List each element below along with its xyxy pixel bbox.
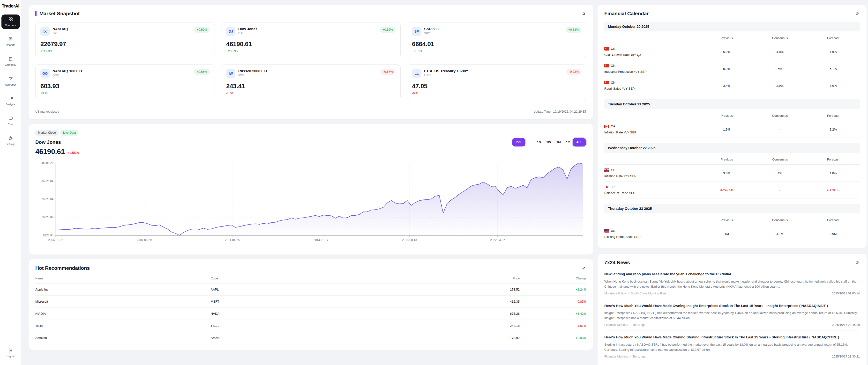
- market-card-nasdaq[interactable]: IX NASDAQ IXC +0.52% 22679.97 +117.33: [35, 22, 215, 58]
- logout-icon: [8, 348, 13, 354]
- stock-change: +0.93%: [520, 336, 586, 340]
- consensus-value: 2.9%: [753, 84, 807, 88]
- table-row-tsla[interactable]: Tesla TSLA 242.18 -1.67%: [35, 320, 586, 332]
- index-ticker: QQQ: [53, 74, 83, 77]
- range-1y-button[interactable]: 1Y: [563, 138, 572, 146]
- market-card-sp500[interactable]: SP S&P 500 SPX +0.53% 6664.01 +35.13: [407, 22, 586, 58]
- chat-bubble-icon: [8, 116, 13, 121]
- symbol-badge: SP: [412, 27, 421, 36]
- news-category: Financial Markets: [604, 323, 628, 327]
- index-ticker: IWM: [238, 74, 268, 77]
- table-row-nvda[interactable]: NVIDIA NVDA 875.28 +3.42%: [35, 308, 586, 320]
- previous-value: 5.2%: [700, 50, 753, 54]
- calendar-event-row: CA Inflation Rate YoY SEP 1.9% - 2.2%: [604, 121, 860, 138]
- market-card-dow-jones[interactable]: DJ Dow Jones DJI +0.52% 46190.61 +238.95: [221, 22, 401, 58]
- symbol-badge: IX: [40, 27, 50, 36]
- index-name: NASDAQ: [53, 27, 68, 31]
- symbol-badge: DJ: [226, 27, 236, 36]
- sidebar-item-settings[interactable]: Settings: [1, 133, 20, 148]
- sidebar-item-company[interactable]: Company: [1, 54, 20, 69]
- sidebar-item-chat[interactable]: Chat: [1, 113, 20, 128]
- range-1m-button[interactable]: 1M: [554, 138, 563, 146]
- market-status-text: US market closed: [35, 110, 59, 113]
- market-close-badge: Market Close: [35, 130, 59, 136]
- symbol-dji-button[interactable]: DJI: [512, 138, 525, 146]
- col-consensus: Consensus: [753, 158, 807, 161]
- index-name: S&P 500: [424, 27, 439, 31]
- col-consensus: Consensus: [753, 114, 807, 118]
- news-summary: Sterling Infrastructure ( NASDAQ:STRL ) …: [604, 342, 860, 352]
- consensus-value: -: [753, 128, 807, 131]
- table-row-amzn[interactable]: Amazon AMZN 178.92 +0.93%: [35, 332, 586, 344]
- sidebar-item-screener-dashboard[interactable]: Screener: [1, 14, 20, 29]
- index-name: Russell 2000 ETF: [238, 69, 268, 73]
- news-item: $100 Invested In Commercial Metals 5 Yea…: [604, 362, 860, 365]
- logout-button[interactable]: Logout: [1, 346, 20, 360]
- market-card-iwm[interactable]: IW Russell 2000 ETF IWM -0.67% 243.41 -1…: [221, 64, 401, 100]
- index-price: 6664.01: [412, 40, 581, 48]
- index-name: NASDAQ 100 ETF: [53, 69, 83, 73]
- hot-recommendations-card: Hot Recommendations Name Code Price Chan…: [29, 259, 593, 350]
- news-headline[interactable]: Here's How Much You Would Have Made Owni…: [604, 335, 860, 340]
- index-name: Dow Jones: [238, 27, 257, 31]
- range-all-button[interactable]: ALL: [572, 138, 586, 146]
- news-summary: When Hong Kong businessman Sunny Yip Yuk…: [604, 279, 860, 289]
- day-header: Tuesday October 21 2025: [604, 99, 860, 109]
- hot-recommendations-title: Hot Recommendations: [35, 265, 90, 271]
- dot-separator: ·: [630, 323, 631, 327]
- flag-ca-icon: [604, 125, 609, 128]
- calendar-day-wednesday: Wednesday October 22 2025 Previous Conse…: [604, 143, 860, 198]
- svg-text:2022-04-07: 2022-04-07: [490, 238, 505, 242]
- sidebar-item-screener-filter[interactable]: Screener: [1, 74, 20, 89]
- market-card-lldr[interactable]: LL FTSE US Treasury 10-30Y LLDR -0.22% 4…: [407, 64, 586, 100]
- forecast-value: 4.9%: [807, 50, 860, 54]
- table-row-aapl[interactable]: Apple Inc. AAPL 178.52 +1.24%: [35, 284, 586, 296]
- price-line-chart[interactable]: 2004-01-022007-08-292011-04-252014-12-17…: [35, 161, 586, 243]
- previous-value: 1.9%: [700, 128, 753, 131]
- forecast-value: 3.0%: [807, 84, 860, 88]
- refresh-icon[interactable]: [855, 260, 860, 265]
- event-name: Retail Sales YoY SEP: [604, 87, 700, 90]
- event-name: Industrial Production YoY SEP: [604, 70, 700, 73]
- pct-change-badge: +0.52%: [380, 27, 396, 33]
- day-header: Thursday October 23 2025: [604, 204, 860, 213]
- stock-code: AAPL: [211, 288, 378, 291]
- svg-text:36825.84: 36825.84: [41, 179, 54, 183]
- range-1w-button[interactable]: 1W: [544, 138, 554, 146]
- news-title: 7x24 News: [604, 260, 630, 265]
- previous-value: 4M: [700, 232, 753, 236]
- market-card-qqq[interactable]: QQ NASDAQ 100 ETF QQQ +0.66% 603.93 +3.9…: [35, 64, 215, 100]
- financial-calendar-card: Financial Calendar Monday October 20 202…: [597, 5, 867, 248]
- country-code: US: [611, 229, 615, 233]
- sidebar-item-reports[interactable]: Reports: [1, 34, 20, 49]
- svg-text:46808.28: 46808.28: [41, 161, 54, 165]
- left-column: Market Snapshot IX NASDAQ IXC +0.52% 226…: [29, 5, 593, 350]
- news-summary: Insight Enterprises ( NASDAQ:NSIT ) has …: [604, 310, 860, 321]
- news-headline[interactable]: New lending and repo plans accelerate th…: [604, 272, 860, 277]
- event-name: Existing Home Sales SEP: [604, 235, 700, 239]
- forecast-value: 5.1%: [807, 67, 860, 71]
- sidebar-item-analysis[interactable]: Analysis: [1, 94, 20, 108]
- news-timestamp: 2025/10/17 23:30:21: [832, 355, 860, 358]
- news-headline[interactable]: Here's How Much You Would Have Made Owni…: [604, 304, 860, 308]
- refresh-icon[interactable]: [581, 11, 586, 16]
- app-logo: TraderAI: [2, 3, 19, 9]
- refresh-icon[interactable]: [581, 266, 586, 271]
- range-1d-button[interactable]: 1D: [534, 138, 544, 146]
- previous-value: 3.4%: [700, 84, 753, 88]
- pct-change-badge: -0.67%: [380, 69, 396, 75]
- stock-price: 412.35: [378, 300, 520, 303]
- table-row-msft[interactable]: Microsoft MSFT 412.35 -0.85%: [35, 296, 586, 308]
- stock-name: NVIDIA: [35, 312, 211, 316]
- refresh-icon[interactable]: [855, 11, 860, 16]
- flag-gb-icon: [604, 168, 609, 172]
- calendar-event-row: CN Retail Sales YoY SEP 3.4% 2.9% 3.0%: [604, 77, 860, 94]
- svg-text:26825.84: 26825.84: [41, 198, 54, 201]
- stock-price: 242.18: [378, 324, 520, 328]
- funnel-icon: [8, 76, 13, 82]
- flag-cn-icon: [604, 81, 609, 85]
- stock-change: -1.67%: [520, 324, 586, 328]
- forecast-value: 3.9M: [807, 232, 860, 236]
- index-ticker: LLDR: [424, 74, 468, 77]
- news-category: Financial Markets: [604, 355, 628, 358]
